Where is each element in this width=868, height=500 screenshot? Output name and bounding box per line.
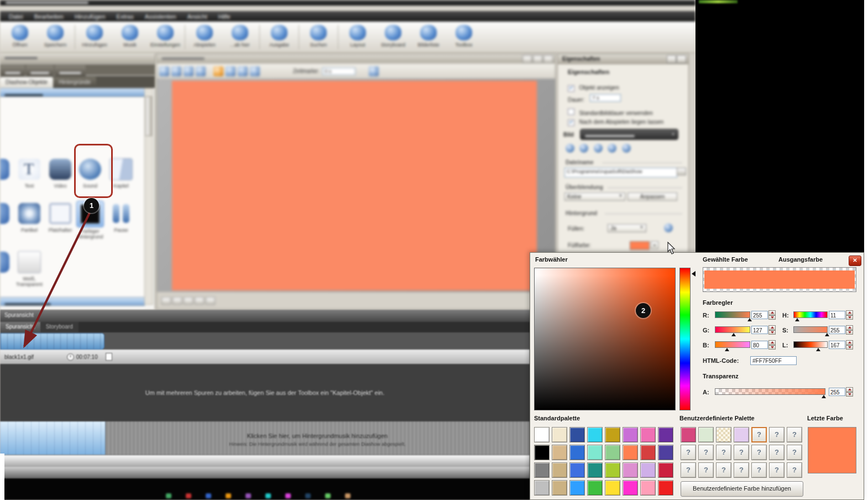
standard-palette-color[interactable] — [534, 462, 550, 478]
toolbar-button-ab-hier[interactable]: ...ab hier — [222, 24, 258, 49]
s-slider[interactable] — [793, 326, 828, 333]
layout-designer-titlebar[interactable] — [157, 54, 555, 64]
bild-dropdown[interactable]: ▼ — [580, 129, 678, 140]
zoom-fit-icon[interactable] — [184, 66, 194, 76]
playback-button[interactable] — [195, 297, 204, 305]
custom-palette-slot[interactable]: ? — [751, 462, 767, 478]
menu-item-bearbeiten[interactable]: Bearbeiten — [29, 12, 69, 21]
background-object[interactable] — [172, 81, 537, 290]
slider-marker-icon[interactable] — [795, 318, 799, 321]
menu-item-extras[interactable]: Extras — [111, 12, 139, 21]
custom-palette-slot[interactable]: ? — [787, 462, 802, 478]
h-value-input[interactable]: 11 — [829, 311, 845, 319]
tab-diashow-objekte[interactable]: Diashow-Objekte — [0, 77, 53, 89]
props-tool-icon[interactable] — [608, 144, 616, 153]
custom-palette-slot[interactable]: ? — [787, 445, 802, 460]
standard-palette-color[interactable] — [605, 462, 620, 478]
properties-titlebar[interactable]: Eigenschaften — [558, 54, 688, 64]
custom-palette-slot[interactable] — [698, 427, 714, 442]
menu-item-datei[interactable]: Datei — [3, 12, 29, 21]
checkbox-checked-icon[interactable]: ✔ — [568, 119, 574, 126]
toolbox-section-bar[interactable] — [0, 88, 145, 97]
zoom-100-icon[interactable] — [196, 66, 206, 76]
toolbox-top-tab[interactable] — [26, 65, 54, 76]
fillcolor-dropdown-arrow[interactable]: ▼ — [651, 241, 658, 249]
l-spinner[interactable] — [846, 340, 853, 350]
pin-button[interactable] — [667, 55, 676, 63]
standard-palette-color[interactable] — [658, 462, 673, 478]
slider-marker-icon[interactable] — [822, 395, 826, 398]
custom-palette-slot[interactable]: ? — [769, 445, 785, 460]
standard-palette-color[interactable] — [587, 480, 603, 496]
toolbox-item-text[interactable]: Text — [14, 157, 44, 189]
browse-button[interactable] — [677, 168, 686, 175]
custom-palette-slot[interactable]: ? — [769, 462, 785, 478]
close-button[interactable] — [543, 55, 553, 63]
filename-input[interactable]: C:\Programme\AquaSoft\DiaShow — [564, 168, 677, 178]
toolbar-button-storyboard[interactable]: Storyboard — [375, 24, 411, 49]
a-value-input[interactable]: 255 — [829, 388, 845, 396]
scrollbar-thumb[interactable] — [145, 96, 152, 136]
b-slider[interactable] — [715, 341, 750, 348]
standard-palette-color[interactable] — [569, 480, 585, 496]
zoom-out-icon[interactable] — [171, 66, 181, 76]
show-object-row[interactable]: ✔ Objekt anzeigen — [568, 82, 619, 92]
toolbar-button-layout[interactable]: Layout — [340, 24, 375, 49]
fillcolor-swatch[interactable] — [630, 241, 650, 250]
playback-button[interactable] — [206, 297, 215, 305]
collapsed-track[interactable] — [0, 467, 530, 478]
custom-palette-slot[interactable]: ? — [716, 445, 731, 460]
g-value-input[interactable]: 127 — [751, 326, 768, 334]
menu-item-hilfe[interactable]: Hilfe — [213, 12, 236, 21]
standard-palette-color[interactable] — [658, 427, 673, 442]
toolbox-item-video[interactable]: Video — [45, 157, 75, 189]
html-code-input[interactable]: #FF7F50FF — [750, 356, 797, 365]
custom-palette-slot[interactable]: ? — [734, 462, 749, 478]
menu-item-ansicht[interactable]: Ansicht — [182, 12, 213, 21]
blend-dropdown[interactable]: Keine ▼ — [564, 192, 625, 201]
standard-palette-color[interactable] — [658, 445, 673, 460]
toolbox-top-tab[interactable] — [1, 65, 25, 76]
custom-palette-slot[interactable] — [734, 427, 749, 442]
toolbar-button-speichern[interactable]: Speichern — [38, 24, 73, 49]
menu-item-hinzufügen[interactable]: Hinzufügen — [69, 12, 111, 21]
b-value-input[interactable]: 80 — [751, 341, 768, 349]
collapsed-track[interactable] — [0, 455, 530, 467]
add-custom-color-button[interactable]: Benutzerdefinierte Farbe hinzufügen — [681, 481, 803, 497]
toolbar-button-einstellungen[interactable]: Einstellungen — [148, 24, 183, 49]
standard-palette-color[interactable] — [569, 427, 585, 442]
maximize-button[interactable] — [533, 55, 542, 63]
alpha-slider[interactable] — [715, 388, 825, 395]
standard-palette-color[interactable] — [534, 427, 550, 442]
dialog-close-button[interactable]: ✕ — [849, 256, 861, 266]
toolbox-scrollbar[interactable] — [144, 88, 153, 305]
standard-palette-color[interactable] — [552, 480, 567, 496]
standard-palette-color[interactable] — [587, 462, 603, 478]
help-icon[interactable] — [369, 66, 379, 76]
standard-palette-color[interactable] — [640, 445, 656, 460]
custom-palette-slot-selected[interactable]: ? — [751, 427, 767, 442]
anpassen-button[interactable]: Anpassen — [628, 192, 677, 201]
standard-palette-color[interactable] — [640, 427, 656, 442]
custom-palette-slot[interactable]: ? — [681, 462, 696, 478]
r-slider[interactable] — [715, 311, 750, 318]
h-slider[interactable] — [793, 311, 828, 318]
props-tool-icon[interactable] — [594, 144, 603, 153]
toolbar-button-hinzufügen[interactable]: Hinzufügen — [77, 24, 112, 49]
duration-input[interactable]: 7 s — [590, 94, 621, 102]
standard-palette-color[interactable] — [552, 445, 567, 460]
standard-palette-color[interactable] — [605, 480, 620, 496]
music-track[interactable]: Klicken Sie hier, um Hintergrundmusik hi… — [0, 421, 530, 455]
toolbar-button-öffnen[interactable]: Öffnen — [2, 24, 38, 49]
toolbox-top-tab[interactable] — [55, 65, 86, 76]
toolbox-item-pause[interactable]: Pause — [106, 201, 136, 233]
custom-palette-slot[interactable]: ? — [698, 462, 714, 478]
toolbar-button-ausgabe[interactable]: Ausgabe — [262, 24, 297, 49]
keep-after-play-row[interactable]: ✔ Nach dem Abspielen liegen lassen — [568, 116, 663, 126]
l-value-input[interactable]: 167 — [829, 341, 845, 349]
standard-palette-color[interactable] — [569, 445, 585, 460]
slider-marker-icon[interactable] — [725, 348, 729, 351]
custom-palette-slot[interactable]: ? — [734, 445, 749, 460]
checkbox-icon[interactable] — [568, 108, 574, 115]
custom-palette-slot[interactable]: ? — [716, 462, 731, 478]
